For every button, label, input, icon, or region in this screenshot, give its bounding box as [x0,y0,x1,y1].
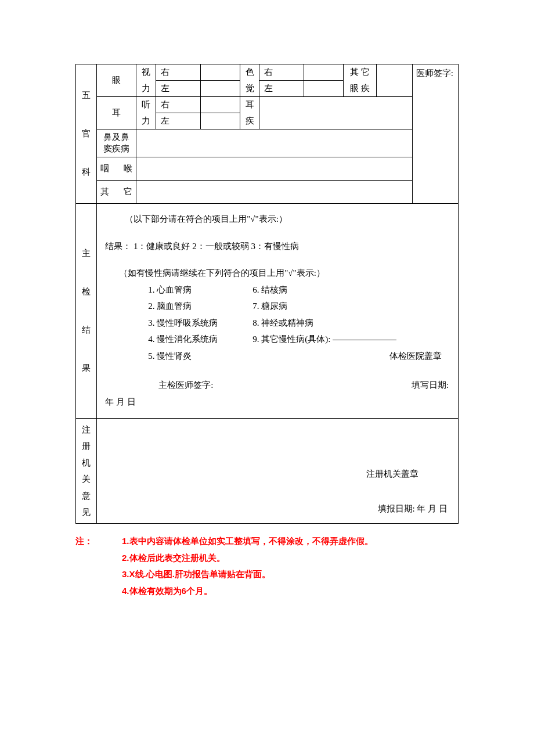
medical-form-table: 五官科 眼 视 右 色 右 其 它 医师签字: 力 左 觉 左 眼 疾 耳 听 … [75,64,459,524]
ear-disease-bot: 疾 [240,113,259,129]
color-left-value[interactable] [304,81,344,97]
color-label-bot: 觉 [240,81,259,97]
note-3: 3.X线.心电图.肝功报告单请贴在背面。 [75,566,459,583]
note-2: 2.体检后此表交注册机关。 [75,550,459,567]
reg-date: 填报日期: 年 月 日 [102,500,453,517]
color-right: 右 [259,64,304,81]
throat-label: 咽 喉 [97,157,136,181]
note-4: 4.体检有效期为6个月。 [75,583,459,600]
hearing-left: 左 [156,113,200,129]
hearing-right-value[interactable] [200,97,240,113]
instruction-text: （以下部分请在符合的项目上用"√"表示:） [102,211,453,228]
registration-box: 注册机关盖章 填报日期: 年 月 日 [97,419,459,524]
fill-date-label: 填写日期: [412,377,449,394]
vision-label-top: 视 [136,64,156,81]
reg-stamp: 注册机关盖章 [102,465,453,483]
notes-block: 注： 1.表中内容请体检单位如实工整填写，不得涂改，不得弄虚作假。 2.体检后此… [75,533,459,599]
hearing-right: 右 [156,97,200,113]
result-line: 结果： 1：健康或良好 2：一般或较弱 3：有慢性病 [102,238,453,255]
other-eye-value[interactable] [376,64,412,97]
vision-label-bot: 力 [136,81,156,97]
ear-label: 耳 [97,97,136,129]
chief-sign: 主检医师签字: [106,377,213,394]
nose-label: 鼻及鼻窦疾病 [97,129,136,157]
notes-label: 注： [75,533,122,550]
vision-right: 右 [156,64,200,81]
throat-value[interactable] [136,157,412,181]
main-result-box: （以下部分请在符合的项目上用"√"表示:） 结果： 1：健康或良好 2：一般或较… [97,204,459,419]
section-five-label: 五官科 [76,64,97,204]
color-right-value[interactable] [304,64,344,81]
note-1: 1.表中内容请体检单位如实工整填写，不得涂改，不得弄虚作假。 [122,533,373,550]
hospital-stamp: 体检医院盖章 [252,348,453,365]
color-left: 左 [259,81,304,97]
vision-left: 左 [156,81,200,97]
date-suffix: 年 月 日 [102,394,453,411]
doctor-sign-label: 医师签字: [412,64,458,204]
vision-left-value[interactable] [200,81,240,97]
d1: 1. 心血管病 [148,282,252,298]
main-result-label: 主检结果 [76,204,97,419]
d9: 9. 其它慢性病(具体): [252,334,330,344]
vision-right-value[interactable] [200,64,240,81]
hearing-label-bot: 力 [136,113,156,129]
d9-blank[interactable] [333,340,396,340]
d2: 2. 脑血管病 [148,298,252,315]
ear-disease-value[interactable] [259,97,412,129]
registration-label: 注册机关意见 [76,419,97,524]
d8: 8. 神经或精神病 [252,315,453,332]
other-five-value[interactable] [136,181,412,204]
d7: 7. 糖尿病 [252,298,453,315]
d4: 4. 慢性消化系统病 [148,331,252,348]
other-eye-bot: 眼 疾 [344,81,377,97]
hearing-label-top: 听 [136,97,156,113]
d6: 6. 结核病 [252,282,453,298]
chronic-instruction: （如有慢性病请继续在下列符合的项目上用"√"表示:） [102,265,453,282]
d9-wrap: 9. 其它慢性病(具体): [252,331,453,348]
d5: 5. 慢性肾炎 [148,348,252,365]
d3: 3. 慢性呼吸系统病 [148,315,252,332]
color-label-top: 色 [240,64,259,81]
other-five-label: 其 它 [97,181,136,204]
hearing-left-value[interactable] [200,113,240,129]
ear-disease-top: 耳 [240,97,259,113]
nose-value[interactable] [136,129,412,157]
other-eye-top: 其 它 [344,64,377,81]
eye-label: 眼 [97,64,136,97]
